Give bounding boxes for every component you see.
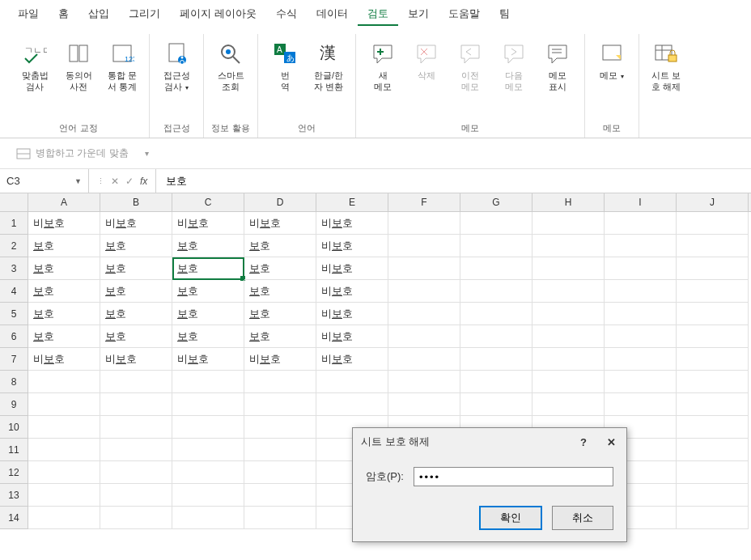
cell-B3[interactable]: 보호 xyxy=(100,257,172,280)
cell-J4[interactable] xyxy=(677,280,749,303)
row-header-6[interactable]: 6 xyxy=(0,325,28,348)
cell-B6[interactable]: 보호 xyxy=(100,325,172,348)
cell-A8[interactable] xyxy=(28,371,100,393)
cell-B7[interactable]: 비보호 xyxy=(100,348,172,371)
ribbon-btn-spellcheck[interactable]: ㄱㄴㄷ맞춤법검사 xyxy=(15,37,55,96)
cell-G7[interactable] xyxy=(460,348,532,371)
row-header-9[interactable]: 9 xyxy=(0,393,28,416)
cell-J6[interactable] xyxy=(677,325,749,348)
col-header-B[interactable]: B xyxy=(100,193,172,211)
cell-G5[interactable] xyxy=(460,303,532,325)
cell-C2[interactable]: 보호 xyxy=(172,235,244,257)
cell-H3[interactable] xyxy=(532,257,605,280)
cell-F1[interactable] xyxy=(388,212,460,235)
cell-C3[interactable]: 보호 xyxy=(172,257,244,280)
row-header-12[interactable]: 12 xyxy=(0,461,28,484)
menu-item-3[interactable]: 그리기 xyxy=(119,3,170,26)
cell-B5[interactable]: 보호 xyxy=(100,303,172,325)
fx-icon[interactable]: fx xyxy=(140,176,147,187)
cell-D1[interactable]: 비보호 xyxy=(244,212,316,235)
cell-F5[interactable] xyxy=(388,303,460,325)
cell-C12[interactable] xyxy=(172,461,244,484)
cell-F9[interactable] xyxy=(388,393,460,416)
cell-F6[interactable] xyxy=(388,325,460,348)
col-header-G[interactable]: G xyxy=(460,193,532,211)
password-input[interactable] xyxy=(414,467,613,486)
cell-J7[interactable] xyxy=(677,348,749,371)
cell-D7[interactable]: 비보호 xyxy=(244,348,316,371)
cell-I2[interactable] xyxy=(605,235,677,257)
select-all-corner[interactable] xyxy=(0,193,28,211)
cancel-button[interactable]: 취소 xyxy=(552,506,613,530)
cell-I5[interactable] xyxy=(605,303,677,325)
menu-item-2[interactable]: 삽입 xyxy=(78,3,119,26)
cell-J1[interactable] xyxy=(677,212,749,235)
cell-I7[interactable] xyxy=(605,348,677,371)
cell-I3[interactable] xyxy=(605,257,677,280)
cell-D2[interactable]: 보호 xyxy=(244,235,316,257)
ribbon-btn-show-comment[interactable]: 메모표시 xyxy=(537,37,578,96)
cell-H8[interactable] xyxy=(532,371,605,393)
cell-D13[interactable] xyxy=(244,484,316,507)
cell-E6[interactable]: 비보호 xyxy=(316,325,388,348)
cell-B8[interactable] xyxy=(100,371,172,393)
cell-I8[interactable] xyxy=(605,371,677,393)
cell-A11[interactable] xyxy=(28,439,100,461)
cell-J9[interactable] xyxy=(677,393,749,416)
cell-C13[interactable] xyxy=(172,484,244,507)
row-header-10[interactable]: 10 xyxy=(0,416,28,439)
cell-A13[interactable] xyxy=(28,484,100,507)
cell-E2[interactable]: 비보호 xyxy=(316,235,388,257)
cell-D3[interactable]: 보호 xyxy=(244,257,316,280)
col-header-H[interactable]: H xyxy=(532,193,605,211)
cell-B12[interactable] xyxy=(100,461,172,484)
merge-center-button[interactable]: 병합하고 가운데 맞춤 xyxy=(10,143,135,163)
cell-C9[interactable] xyxy=(172,393,244,416)
cell-J2[interactable] xyxy=(677,235,749,257)
cell-A3[interactable]: 보호 xyxy=(28,257,100,280)
cell-I6[interactable] xyxy=(605,325,677,348)
cell-E8[interactable] xyxy=(316,371,388,393)
menu-item-5[interactable]: 수식 xyxy=(266,3,307,26)
cell-J10[interactable] xyxy=(677,416,749,439)
formula-dropdown-icon[interactable]: ⋮ xyxy=(97,177,104,185)
cell-D4[interactable]: 보호 xyxy=(244,280,316,303)
ribbon-btn-memo[interactable]: 메모 ▾ xyxy=(592,37,632,84)
cell-C10[interactable] xyxy=(172,416,244,439)
cell-F7[interactable] xyxy=(388,348,460,371)
cancel-icon[interactable]: ✕ xyxy=(111,176,119,187)
cell-J13[interactable] xyxy=(677,484,749,507)
cell-A14[interactable] xyxy=(28,507,100,529)
menu-item-0[interactable]: 파일 xyxy=(8,3,49,26)
cell-I9[interactable] xyxy=(605,393,677,416)
close-button[interactable]: ✕ xyxy=(604,435,618,449)
row-header-11[interactable]: 11 xyxy=(0,439,28,461)
cell-B2[interactable]: 보호 xyxy=(100,235,172,257)
row-header-1[interactable]: 1 xyxy=(0,212,28,235)
cell-H1[interactable] xyxy=(532,212,605,235)
cell-H5[interactable] xyxy=(532,303,605,325)
cell-B10[interactable] xyxy=(100,416,172,439)
cell-B4[interactable]: 보호 xyxy=(100,280,172,303)
cell-F8[interactable] xyxy=(388,371,460,393)
cell-J11[interactable] xyxy=(677,439,749,461)
cell-G1[interactable] xyxy=(460,212,532,235)
cell-B13[interactable] xyxy=(100,484,172,507)
cell-J3[interactable] xyxy=(677,257,749,280)
ribbon-btn-accessibility[interactable]: 접근성검사 ▾ xyxy=(156,37,197,96)
menu-item-6[interactable]: 데이터 xyxy=(307,3,358,26)
dropdown-icon[interactable]: ▾ xyxy=(145,149,149,158)
cell-D14[interactable] xyxy=(244,507,316,529)
col-header-F[interactable]: F xyxy=(388,193,460,211)
cell-E9[interactable] xyxy=(316,393,388,416)
ribbon-btn-smart-lookup[interactable]: 스마트조회 xyxy=(210,37,251,96)
cell-A12[interactable] xyxy=(28,461,100,484)
cell-I1[interactable] xyxy=(605,212,677,235)
col-header-I[interactable]: I xyxy=(605,193,677,211)
ribbon-btn-stats[interactable]: 123통합 문서 통계 xyxy=(102,37,142,96)
row-header-7[interactable]: 7 xyxy=(0,348,28,371)
cell-H4[interactable] xyxy=(532,280,605,303)
menu-item-7[interactable]: 검토 xyxy=(358,3,398,26)
accept-icon[interactable]: ✓ xyxy=(125,176,134,187)
row-header-14[interactable]: 14 xyxy=(0,507,28,529)
